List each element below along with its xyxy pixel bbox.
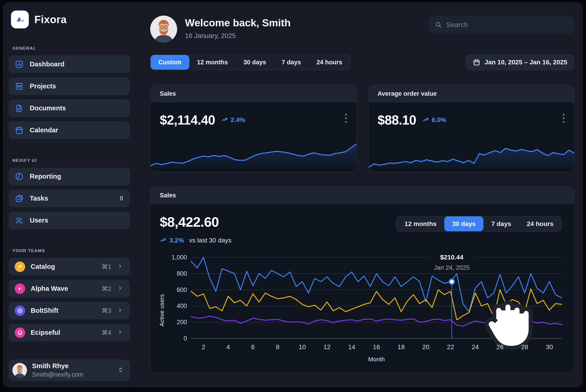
tooltip-date: Jan 24, 2025 [434,264,470,271]
stat-cards-row: Sales $2,114.40 2.4% Average order value [150,85,575,172]
chart-tooltip: $210.44 Jan 24, 2025 [430,253,473,273]
trend-percent: 2.4% [230,116,245,124]
user-name: Smith Rhye [32,362,83,370]
y-tick: 0 [184,335,187,342]
x-tick: 18 [398,344,405,351]
sales-value: $2,114.40 [160,112,215,128]
section-label-your-teams: YOUR TEAMS [12,248,130,253]
team-item-catalog[interactable]: Catalog ⌘1 [9,258,130,276]
card-menu-button[interactable] [562,112,566,124]
date-range-picker-button[interactable]: Jan 10, 2025 – Jan 16, 2025 [465,54,575,70]
tab-24-hours[interactable]: 24 hours [309,55,350,70]
sales-chart-card: Sales $8,422.60 3.2% vs last 30 days 12 … [150,186,575,373]
card-header: Average order value [369,85,574,102]
tab-7-days[interactable]: 7 days [484,216,519,231]
date-range-value: Jan 10, 2025 – Jan 16, 2025 [485,58,567,66]
chevron-right-icon [117,263,123,270]
x-axis-label: Month [191,356,562,363]
sidebar-item-documents[interactable]: Documents [9,99,130,117]
chart-area: Active users 02004006008001,000 $210.44 … [191,257,562,363]
sidebar-item-label: Calendar [30,126,58,134]
sidebar-item-calendar[interactable]: Calendar [9,121,130,139]
sidebar-item-dashboard[interactable]: Dashboard [9,56,130,73]
team-shortcut: ⌘4 [102,329,111,336]
team-shortcut: ⌘1 [102,263,111,270]
fixora-logo-icon [11,10,29,28]
calendar-icon [473,58,481,66]
sidebar-item-label: Dashboard [30,60,64,68]
tooltip-value: $210.44 [434,254,470,261]
pie-chart-icon [15,172,24,181]
tab-12-months[interactable]: 12 months [189,55,236,70]
x-tick: 28 [521,344,528,351]
x-tick: 16 [373,344,380,351]
team-item-boltshift[interactable]: BoltShift ⌘3 [9,302,130,320]
x-tick: 2 [202,344,205,351]
users-icon [15,216,24,225]
trend-indicator: 3.2% vs last 30 days [160,237,565,244]
sidebar-item-reporting[interactable]: Reporting [9,168,130,185]
section-label-general: GENERAL [12,46,130,51]
team-shortcut: ⌘3 [102,307,111,314]
aov-value: $88.10 [378,112,416,128]
chevron-right-icon [117,307,123,314]
sidebar-item-users[interactable]: Users [9,212,130,229]
sidebar-item-label: Tasks [30,195,48,202]
team-label: Catalog [31,263,55,270]
brand-name: Fixora [34,13,67,26]
y-tick: 600 [177,286,187,293]
x-tick: 30 [546,344,553,351]
team-item-ecipseful[interactable]: Ecipseful ⌘4 [9,324,130,342]
search-bar [429,16,575,34]
section-label-nexify-ui: NEXIFY UI [12,158,130,163]
tasks-count-badge: 8 [120,195,123,202]
tab-30-days[interactable]: 30 days [444,216,484,231]
ecipseful-team-icon [15,328,25,338]
tab-30-days[interactable]: 30 days [236,55,274,70]
x-tick: 12 [323,344,331,351]
user-account-menu[interactable]: Smith Rhye Smith@nexify.com [9,360,130,381]
sidebar: Fixora GENERAL Dashboard Projects Docume… [3,2,135,388]
line-chart-plot[interactable]: $210.44 Jan 24, 2025 [191,257,562,338]
card-body: $88.10 6.0% [369,102,574,172]
trend-indicator: 2.4% [221,116,245,124]
sidebar-item-tasks[interactable]: Tasks 8 [9,190,130,207]
sales-line-chart [191,257,562,338]
team-label: Ecipseful [31,329,60,336]
sidebar-item-label: Documents [30,104,66,112]
trend-caption: vs last 30 days [189,237,231,244]
page-title: Welcome back, Smith [185,17,291,29]
alpha-wave-team-icon [15,284,25,294]
y-axis-label: Active users [158,294,165,326]
sidebar-item-projects[interactable]: Projects [9,78,130,95]
trend-up-icon [160,237,167,244]
card-title: Sales [160,192,176,199]
search-input[interactable] [446,21,568,28]
card-body: $8,422.60 3.2% vs last 30 days 12 months… [151,204,574,363]
catalog-team-icon [15,262,25,272]
y-tick: 200 [177,319,187,326]
average-order-value-card: Average order value $88.10 6.0% [368,85,575,172]
card-menu-button[interactable] [344,112,348,124]
boltshift-team-icon [15,306,25,316]
tab-custom[interactable]: Custom [151,55,189,70]
trend-percent: 6.0% [432,116,446,124]
trend-up-icon [221,116,228,124]
x-axis-ticks: 24681012141618202224262830 [191,344,562,352]
brand-logo[interactable]: Fixora [9,10,130,28]
y-tick: 1,000 [171,254,187,261]
tab-24-hours[interactable]: 24 hours [519,216,561,231]
x-tick: 22 [447,344,454,351]
tab-7-days[interactable]: 7 days [274,55,309,70]
chevron-right-icon [117,329,123,336]
card-header: Sales [151,85,356,102]
chevron-right-icon [117,285,123,292]
current-date: 16 January, 2025 [185,32,291,40]
card-body: $2,114.40 2.4% [151,102,356,172]
trend-indicator: 6.0% [423,116,446,124]
tab-12-months[interactable]: 12 months [397,216,444,231]
team-item-alpha-wave[interactable]: Alpha Wave ⌘2 [9,280,130,298]
x-tick: 24 [472,344,479,351]
dashboard-icon [15,60,24,69]
avatar [150,16,177,42]
